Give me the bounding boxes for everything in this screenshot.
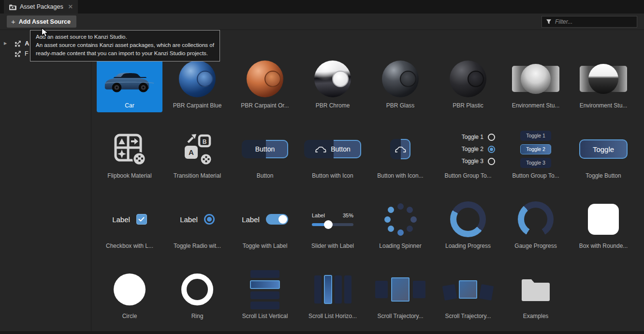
- tooltip-line: An asset source contains Kanzi asset pac…: [36, 41, 214, 49]
- asset-item-button-group-toggle[interactable]: Toggle 1 Toggle 2 Toggle 3 Button Group …: [503, 129, 569, 182]
- progress-donut-preview: [435, 199, 501, 239]
- asset-item-label: Gauge Progress: [503, 239, 569, 253]
- asset-item-label: Loading Progress: [435, 239, 501, 253]
- spinner-preview: [367, 199, 433, 239]
- asset-item-label: Button: [232, 169, 298, 182]
- mouse-cursor: [41, 28, 51, 38]
- asset-item-label: Toggle Radio wit...: [164, 239, 230, 253]
- toolbar: + Add Asset Source: [0, 14, 644, 30]
- asset-item-label: PBR Plastic: [435, 99, 501, 112]
- asset-item-checkbox-with-label[interactable]: Label Checkbox with L...: [97, 199, 162, 253]
- tree-item-asset-packages[interactable]: ▶ A: [4, 40, 29, 47]
- filter-box[interactable]: [542, 16, 637, 28]
- asset-item-scroll-trajectory-2[interactable]: Scroll Trajectory...: [435, 270, 501, 323]
- asset-item-label: Button Group To...: [435, 169, 501, 182]
- sidebar-divider: [91, 30, 91, 331]
- ring-preview: [164, 270, 230, 309]
- asset-item-gauge-progress[interactable]: Gauge Progress: [503, 199, 569, 253]
- asset-item-loading-progress[interactable]: Loading Progress: [435, 199, 501, 253]
- asset-item-pbr-glass[interactable]: PBR Glass: [367, 59, 433, 112]
- car-thumbnail: [97, 59, 162, 99]
- tab-title: Asset Packages: [20, 3, 63, 10]
- tree-item-label: A: [25, 40, 29, 47]
- tree-item-factory[interactable]: F: [15, 50, 29, 57]
- tooltip-line: ready-made content that you can import t…: [36, 49, 214, 58]
- asset-item-scroll-list-horizontal[interactable]: Scroll List Horizo...: [300, 270, 366, 323]
- asset-item-label: Scroll Trajectory...: [435, 309, 501, 323]
- asset-item-environment-studio-1[interactable]: Environment Stu...: [503, 59, 569, 112]
- asset-item-button-group-radio[interactable]: Toggle 1 Toggle 2 Toggle 3 Button Group …: [435, 129, 501, 182]
- asset-item-scroll-list-vertical[interactable]: Scroll List Vertical: [232, 270, 298, 323]
- add-asset-source-tooltip: Add an asset source to Kanzi Studio. An …: [30, 30, 220, 61]
- sphere-thumbnail: [435, 59, 501, 99]
- radio-checked: [204, 214, 215, 225]
- tooltip-line: Add an asset source to Kanzi Studio.: [36, 33, 214, 41]
- asset-item-examples[interactable]: Examples: [503, 270, 569, 323]
- expander-icon[interactable]: ▶: [4, 41, 7, 46]
- add-asset-source-button[interactable]: + Add Asset Source: [7, 15, 76, 28]
- toggle-switch-on: [266, 214, 288, 225]
- environment-thumbnail: [503, 59, 569, 99]
- car-outline-icon: [395, 146, 406, 153]
- bottom-bar: [0, 331, 644, 334]
- sphere-thumbnail: [300, 59, 366, 99]
- asset-item-toggle-button[interactable]: Toggle Toggle Button: [571, 129, 636, 182]
- filter-funnel-icon: [546, 19, 552, 25]
- asset-item-toggle-with-label[interactable]: Label Toggle with Label: [232, 199, 298, 253]
- asset-item-label: Circle: [97, 309, 162, 323]
- asset-item-environment-studio-2[interactable]: Environment Stu...: [571, 59, 636, 112]
- asset-item-scroll-trajectory-1[interactable]: Scroll Trajectory...: [367, 270, 433, 323]
- asset-item-label: Flipbook Material: [97, 169, 162, 182]
- asset-item-pbr-plastic[interactable]: PBR Plastic: [435, 59, 501, 112]
- asset-item-pbr-chrome[interactable]: PBR Chrome: [300, 59, 366, 112]
- checkbox-checked: [136, 214, 147, 225]
- horizontal-list-preview: [300, 270, 366, 309]
- asset-item-label: Examples: [503, 309, 569, 323]
- asset-item-label: Scroll List Vertical: [232, 309, 298, 323]
- asset-item-label: Environment Stu...: [503, 99, 569, 112]
- asset-item-circle[interactable]: Circle: [97, 270, 162, 323]
- asset-item-label: Loading Spinner: [367, 239, 433, 253]
- flipbook-material-icon: [97, 129, 162, 169]
- slider-track: [312, 223, 353, 226]
- toggle-stack-preview: Toggle 1 Toggle 2 Toggle 3: [503, 129, 569, 169]
- gauge-preview: [503, 199, 569, 239]
- asset-item-pbr-carpaint-blue[interactable]: PBR Carpaint Blue: [164, 59, 230, 112]
- tab-close-icon[interactable]: ✕: [68, 3, 73, 10]
- asset-item-label: PBR Glass: [367, 99, 433, 112]
- trajectory-preview: [367, 270, 433, 309]
- asset-item-label: PBR Chrome: [300, 99, 366, 112]
- asset-item-label: Car: [97, 99, 162, 112]
- asset-item-ring[interactable]: Ring: [164, 270, 230, 323]
- tab-asset-packages[interactable]: Asset Packages ✕: [4, 0, 78, 14]
- toggle-button-preview: Toggle: [571, 129, 636, 169]
- button-with-icon-preview: Button: [300, 129, 366, 169]
- asset-packages-window: Asset Packages ✕ + Add Asset Source ▶ A: [0, 0, 644, 334]
- asset-item-toggle-radio-with-label[interactable]: Label Toggle Radio wit...: [164, 199, 230, 253]
- asset-item-button[interactable]: Button Button: [232, 129, 298, 182]
- asset-item-button-with-icon-only[interactable]: Button with Icon...: [367, 129, 433, 182]
- asset-item-label: Toggle Button: [571, 169, 636, 182]
- asset-item-label: Button with Icon...: [367, 169, 433, 182]
- sphere-thumbnail: [367, 59, 433, 99]
- asset-node-icon: [15, 50, 22, 57]
- transition-material-icon: B A: [164, 129, 230, 169]
- asset-item-label: Button with Icon: [300, 169, 366, 182]
- asset-item-label: PBR Carpaint Blue: [164, 99, 230, 112]
- asset-item-label: Scroll List Horizo...: [300, 309, 366, 323]
- filter-input[interactable]: [555, 18, 633, 25]
- asset-item-loading-spinner[interactable]: Loading Spinner: [367, 199, 433, 253]
- asset-item-box-rounded[interactable]: Box with Rounde...: [571, 199, 636, 253]
- asset-item-flipbook-material[interactable]: Flipbook Material: [97, 129, 162, 182]
- asset-item-button-with-icon[interactable]: Button Button with Icon: [300, 129, 366, 182]
- asset-item-transition-material[interactable]: B A Transition Material: [164, 129, 230, 182]
- asset-item-car[interactable]: Car: [97, 59, 162, 112]
- checkbox-preview: Label: [97, 199, 162, 239]
- asset-item-slider-with-label[interactable]: Label 35% Slider with Label: [300, 199, 366, 253]
- add-asset-source-label: Add Asset Source: [19, 18, 71, 25]
- radio-checked: [488, 146, 495, 153]
- plus-icon: +: [11, 18, 15, 25]
- car-outline-icon: [315, 146, 326, 153]
- asset-item-pbr-carpaint-orange[interactable]: PBR Carpaint Or...: [232, 59, 298, 112]
- asset-item-label: Button Group To...: [503, 169, 569, 182]
